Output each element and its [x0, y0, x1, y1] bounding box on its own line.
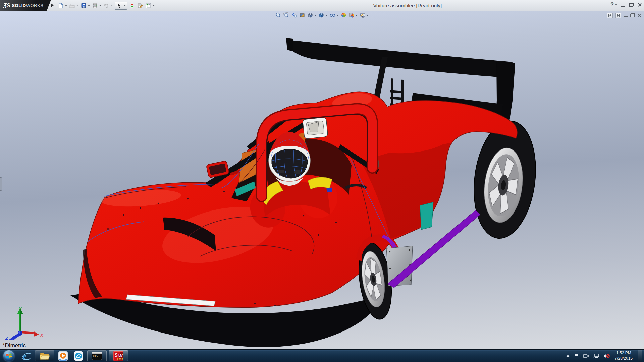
- options-dropdown-caret[interactable]: [153, 5, 155, 7]
- new-document-button[interactable]: [58, 3, 67, 9]
- close-icon: [638, 3, 642, 7]
- view-orientation-button[interactable]: [308, 12, 316, 18]
- taskbar-item-media-player[interactable]: [55, 350, 71, 362]
- view-settings-button[interactable]: [360, 12, 369, 18]
- solidworks-icon-year: 2015: [117, 358, 123, 361]
- restore-icon: [629, 3, 634, 7]
- file-properties-button[interactable]: [137, 3, 143, 9]
- undo-icon: [103, 3, 109, 9]
- minimize-icon: [621, 6, 625, 7]
- pane-arrow-left-icon: [608, 14, 612, 17]
- hidden-icons-button[interactable]: [566, 354, 570, 358]
- solidworks-logo: ƷS SOLIDWORKS: [0, 0, 51, 11]
- action-center-flag-icon[interactable]: [574, 353, 579, 359]
- apply-scene-button[interactable]: [349, 12, 358, 18]
- view-orientation-label: *Dimetric: [3, 342, 26, 349]
- zoom-to-fit-icon: [275, 12, 281, 18]
- print-button[interactable]: [92, 3, 101, 9]
- triad-x-label: X: [40, 333, 43, 338]
- close-button[interactable]: [638, 3, 642, 7]
- previous-view-button[interactable]: [291, 12, 297, 18]
- view-settings-icon: [360, 12, 366, 18]
- save-floppy-icon: [80, 3, 87, 9]
- edit-appearance-button[interactable]: [341, 12, 346, 18]
- start-button[interactable]: [3, 350, 14, 361]
- solidworks-2015-icon: S W 2015: [113, 351, 123, 361]
- blue-utility-app-icon: [73, 351, 84, 361]
- heads-up-view-toolbar: [275, 12, 369, 18]
- close-document-icon: [637, 13, 641, 17]
- command-prompt-icon-text: C:\_: [93, 355, 99, 357]
- power-battery-icon[interactable]: [583, 353, 590, 359]
- edit-appearance-ball-icon: [341, 12, 346, 18]
- rebuild-traffic-light-icon: [129, 3, 135, 9]
- restore-button[interactable]: [629, 3, 634, 7]
- hide-show-items-button[interactable]: [330, 12, 338, 18]
- zoom-to-area-button[interactable]: [283, 12, 289, 18]
- display-style-caret[interactable]: [325, 15, 327, 17]
- select-dropdown-caret[interactable]: [124, 5, 126, 7]
- display-style-icon: [319, 12, 324, 18]
- media-player-icon: [58, 351, 68, 361]
- new-document-icon: [58, 3, 64, 9]
- zoom-to-fit-button[interactable]: [275, 12, 281, 18]
- save-button[interactable]: [80, 3, 90, 9]
- section-view-icon: [300, 12, 305, 18]
- open-button[interactable]: [69, 3, 78, 9]
- display-style-button[interactable]: [319, 12, 327, 18]
- reference-triad: Y X Z: [3, 306, 43, 340]
- feature-panel-splitter-handle[interactable]: [0, 177, 2, 191]
- print-dropdown-caret[interactable]: [99, 5, 101, 7]
- volume-muted-icon[interactable]: [603, 353, 610, 359]
- save-dropdown-caret[interactable]: [88, 5, 90, 7]
- taskbar-item-solidworks[interactable]: S W 2015: [109, 350, 128, 361]
- help-icon: ?: [610, 2, 614, 8]
- new-document-dropdown-caret[interactable]: [65, 5, 67, 7]
- select-cursor-icon: [116, 3, 122, 9]
- taskbar-item-command-prompt[interactable]: C:\_: [87, 350, 107, 361]
- zoom-to-area-icon: [283, 12, 289, 18]
- windows-taskbar: e: [0, 349, 644, 362]
- taskbar-item-windows-explorer[interactable]: [35, 350, 54, 361]
- pane-arrow-right-icon: [616, 14, 620, 17]
- apply-scene-caret[interactable]: [356, 15, 358, 17]
- hide-show-items-caret[interactable]: [336, 15, 338, 17]
- pane-arrow-left-button[interactable]: [607, 13, 613, 18]
- view-settings-caret[interactable]: [367, 15, 369, 17]
- help-button[interactable]: ?: [610, 2, 617, 8]
- clock-time: 1:52 PM: [615, 351, 633, 356]
- internet-explorer-icon: e: [21, 351, 31, 361]
- file-properties-icon: [137, 3, 143, 9]
- taskbar-clock[interactable]: 1:52 PM 7/28/2015: [615, 351, 633, 361]
- window-title: Voiture assomblee [Read-only]: [340, 3, 475, 8]
- network-icon[interactable]: [593, 353, 599, 359]
- intake-box: [303, 117, 328, 139]
- apply-scene-icon: [349, 12, 355, 18]
- rebuild-button[interactable]: [129, 3, 135, 9]
- open-dropdown-caret[interactable]: [76, 5, 78, 7]
- solidworks-logo-glyph: ƷS: [3, 3, 10, 9]
- taskbar-item-blue-utility-app[interactable]: [71, 350, 86, 362]
- select-tool-button[interactable]: [115, 2, 127, 10]
- solidworks-logo-light: WORKS: [26, 3, 44, 8]
- minimize-document-button[interactable]: [624, 14, 628, 17]
- pane-arrow-right-button[interactable]: [615, 13, 621, 18]
- triad-z-label: Z: [5, 336, 8, 340]
- undo-button[interactable]: [103, 3, 113, 9]
- menu-expand-arrow-icon[interactable]: [51, 3, 56, 7]
- help-dropdown-caret[interactable]: [615, 4, 617, 6]
- view-orientation-caret[interactable]: [314, 15, 316, 17]
- options-checklist-icon: [145, 3, 151, 9]
- graphics-area[interactable]: Y X Z *Dimetric: [0, 11, 644, 349]
- close-document-button[interactable]: [637, 13, 641, 17]
- title-bar: ƷS SOLIDWORKS: [0, 0, 644, 11]
- show-desktop-button[interactable]: [638, 350, 642, 362]
- undo-dropdown-caret[interactable]: [111, 5, 113, 7]
- minimize-button[interactable]: [621, 3, 625, 7]
- restore-document-button[interactable]: [630, 13, 635, 17]
- previous-view-icon: [291, 12, 297, 18]
- section-view-button[interactable]: [300, 12, 305, 18]
- wheel-rear-right: [468, 117, 542, 242]
- options-button[interactable]: [145, 3, 155, 9]
- taskbar-item-internet-explorer[interactable]: e: [18, 350, 34, 362]
